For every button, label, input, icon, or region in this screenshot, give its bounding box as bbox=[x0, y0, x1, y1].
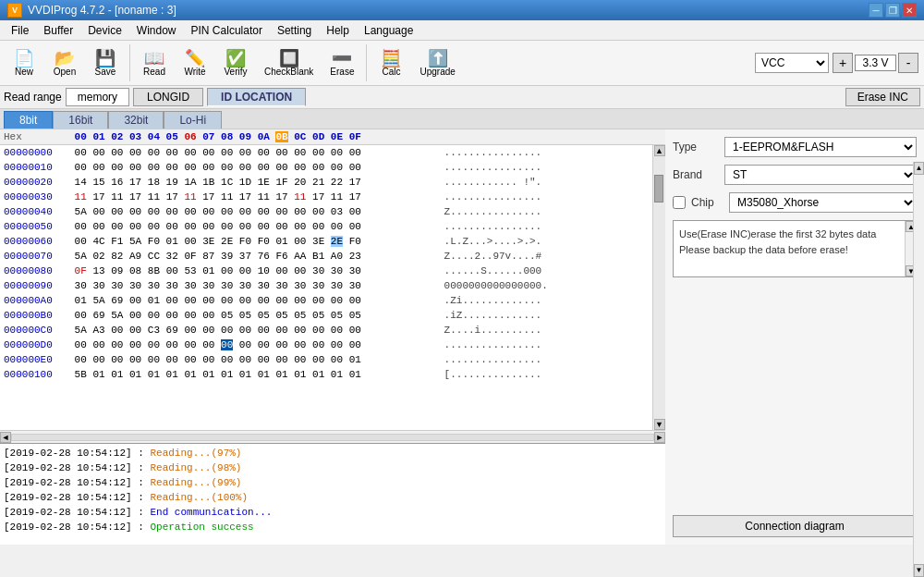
rp-scroll-track bbox=[914, 175, 924, 545]
menu-setting[interactable]: Setting bbox=[270, 22, 319, 39]
rp-scroll-up[interactable]: ▲ bbox=[914, 162, 924, 175]
chip-select[interactable]: M35080_Xhorse bbox=[729, 192, 917, 213]
tab-longid[interactable]: LONGID bbox=[133, 88, 203, 106]
chip-label: Chip bbox=[691, 196, 723, 209]
brand-select[interactable]: ST bbox=[724, 165, 917, 185]
type-select[interactable]: 1-EEPROM&FLASH bbox=[724, 137, 917, 157]
table-row: 00000010 00 00 00 00 00 00 00 00 00 00 0… bbox=[0, 160, 652, 175]
save-icon: 💾 bbox=[95, 50, 116, 67]
vcc-minus-button[interactable]: - bbox=[898, 53, 918, 73]
chip-checkbox[interactable] bbox=[673, 196, 686, 209]
log-line: [2019-02-28 10:54:12] : Reading...(98%) bbox=[4, 460, 662, 475]
log-area: [2019-02-28 10:54:12] : Reading...(97%) … bbox=[0, 443, 665, 545]
brand-row: Brand ST bbox=[673, 165, 917, 185]
toolbar-separator-2 bbox=[366, 44, 367, 81]
hex-content[interactable]: 00000000 00 00 00 00 00 00 00 00 00 00 0… bbox=[0, 145, 652, 430]
checkblank-button[interactable]: 🔲 CheckBlank bbox=[258, 47, 320, 80]
read-icon: 📖 bbox=[144, 50, 164, 67]
right-panel-scrollbar[interactable]: ▲ ▼ bbox=[913, 162, 924, 545]
vcc-select[interactable]: VCC bbox=[755, 53, 829, 73]
info-text: Use(Erase INC)erase the first 32 bytes d… bbox=[674, 221, 905, 276]
menu-help[interactable]: Help bbox=[319, 22, 357, 39]
read-button[interactable]: 📖 Read bbox=[136, 47, 173, 80]
tab-id-location[interactable]: ID LOCATION bbox=[207, 88, 306, 106]
hex-horizontal-scrollbar[interactable]: ◄ ► bbox=[0, 430, 665, 443]
table-row: 00000040 5A 00 00 00 00 00 00 00 00 00 0… bbox=[0, 204, 652, 219]
vcc-controls: + 3.3 V - bbox=[833, 53, 918, 73]
menu-file[interactable]: File bbox=[4, 22, 36, 39]
menu-pin-calculator[interactable]: PIN Calculator bbox=[184, 22, 270, 39]
menu-window[interactable]: Window bbox=[129, 22, 184, 39]
hex-vertical-scrollbar[interactable]: ▲ ▼ bbox=[652, 145, 665, 430]
save-button[interactable]: 💾 Save bbox=[87, 47, 124, 80]
minimize-button[interactable]: ─ bbox=[869, 3, 883, 18]
hscroll-track[interactable] bbox=[11, 434, 654, 441]
write-button[interactable]: ✏️ Write bbox=[176, 47, 213, 80]
title-bar: V VVDIProg 4.7.2 - [noname : 3] ─ ❐ ✕ bbox=[0, 0, 924, 20]
new-icon: 📄 bbox=[14, 50, 34, 67]
read-range-label: Read range bbox=[4, 91, 62, 104]
hex-editor: Hex 00 01 02 03 04 05 06 07 08 09 0A 0B … bbox=[0, 129, 665, 443]
scroll-down-arrow[interactable]: ▼ bbox=[654, 419, 665, 430]
calc-icon: 🧮 bbox=[381, 50, 401, 67]
tab-16bit[interactable]: 16bit bbox=[53, 111, 108, 129]
vcc-plus-button[interactable]: + bbox=[833, 53, 853, 73]
erase-icon: ➖ bbox=[332, 50, 352, 67]
table-row: 00000030 11 17 11 17 11 17 11 17 11 17 1… bbox=[0, 190, 652, 204]
log-line: [2019-02-28 10:54:12] : End communicatio… bbox=[4, 505, 662, 520]
toolbar: 📄 New 📂 Open 💾 Save 📖 Read ✏️ Write ✅ Ve… bbox=[0, 41, 924, 86]
calc-button[interactable]: 🧮 Calc bbox=[372, 47, 409, 80]
checkblank-icon: 🔲 bbox=[279, 50, 299, 67]
upgrade-icon: ⬆️ bbox=[428, 50, 448, 67]
scroll-right-arrow[interactable]: ► bbox=[654, 432, 665, 443]
title-bar-left: V VVDIProg 4.7.2 - [noname : 3] bbox=[7, 3, 176, 18]
open-button[interactable]: 📂 Open bbox=[46, 47, 83, 80]
scroll-up-arrow[interactable]: ▲ bbox=[654, 145, 665, 156]
tabs-row: Read range memory LONGID ID LOCATION Era… bbox=[0, 86, 924, 109]
restore-button[interactable]: ❐ bbox=[885, 3, 900, 18]
vcc-area: VCC + 3.3 V - bbox=[755, 53, 918, 73]
table-row: 00000050 00 00 00 00 00 00 00 00 00 00 0… bbox=[0, 219, 652, 234]
left-panel: Hex 00 01 02 03 04 05 06 07 08 09 0A 0B … bbox=[0, 129, 665, 545]
verify-button[interactable]: ✅ Verify bbox=[217, 47, 254, 80]
table-row: 000000A0 01 5A 69 00 01 00 00 00 00 00 0… bbox=[0, 293, 652, 308]
menu-device[interactable]: Device bbox=[80, 22, 129, 39]
erase-button[interactable]: ➖ Erase bbox=[323, 47, 360, 80]
connection-diagram-button[interactable]: Connection diagram bbox=[673, 515, 917, 537]
tab-lohi[interactable]: Lo-Hi bbox=[164, 111, 222, 129]
upgrade-button[interactable]: ⬆️ Upgrade bbox=[413, 47, 461, 80]
bit-tabs: 8bit 16bit 32bit Lo-Hi bbox=[0, 109, 924, 129]
type-label: Type bbox=[673, 141, 719, 153]
scroll-thumb[interactable] bbox=[654, 175, 663, 203]
table-row: 00000070 5A 02 82 A9 CC 32 0F 87 39 37 7… bbox=[0, 249, 652, 264]
menu-language[interactable]: Language bbox=[357, 22, 420, 39]
spacer bbox=[673, 285, 917, 508]
menu-buffer[interactable]: Buffer bbox=[36, 22, 80, 39]
scroll-left-arrow[interactable]: ◄ bbox=[0, 432, 11, 443]
table-row: 00000020 14 15 16 17 18 19 1A 1B 1C 1D 1… bbox=[0, 175, 652, 190]
window-controls[interactable]: ─ ❐ ✕ bbox=[869, 3, 917, 18]
table-row: 00000090 30 30 30 30 30 30 30 30 30 30 3… bbox=[0, 278, 652, 293]
table-row: 000000E0 00 00 00 00 00 00 00 00 00 00 0… bbox=[0, 352, 652, 367]
table-row: 00000060 00 4C F1 5A F0 01 00 3E 2E F0 F… bbox=[0, 234, 652, 249]
memory-button[interactable]: memory bbox=[66, 88, 129, 106]
brand-label: Brand bbox=[673, 168, 719, 181]
vcc-value: 3.3 V bbox=[855, 55, 896, 71]
type-row: Type 1-EEPROM&FLASH bbox=[673, 137, 917, 157]
table-row: 00000100 5B 01 01 01 01 01 01 01 01 01 0… bbox=[0, 367, 652, 382]
hex-scroll-area: 00000000 00 00 00 00 00 00 00 00 00 00 0… bbox=[0, 145, 665, 430]
log-line: [2019-02-28 10:54:12] : Reading...(97%) bbox=[4, 446, 662, 460]
toolbar-separator bbox=[129, 44, 130, 81]
main-area: Hex 00 01 02 03 04 05 06 07 08 09 0A 0B … bbox=[0, 129, 924, 545]
close-button[interactable]: ✕ bbox=[902, 3, 917, 18]
tab-32bit[interactable]: 32bit bbox=[108, 111, 164, 129]
scroll-track[interactable] bbox=[653, 156, 665, 419]
write-icon: ✏️ bbox=[185, 50, 205, 67]
new-button[interactable]: 📄 New bbox=[6, 47, 43, 80]
log-line: [2019-02-28 10:54:12] : Reading...(100%) bbox=[4, 490, 662, 505]
erase-inc-button[interactable]: Erase INC bbox=[845, 88, 920, 106]
tab-8bit[interactable]: 8bit bbox=[4, 111, 53, 129]
table-row: 000000C0 5A A3 00 00 C3 69 00 00 00 00 0… bbox=[0, 323, 652, 338]
menu-bar: File Buffer Device Window PIN Calculator… bbox=[0, 20, 924, 41]
log-line: [2019-02-28 10:54:12] : Operation succes… bbox=[4, 520, 662, 534]
